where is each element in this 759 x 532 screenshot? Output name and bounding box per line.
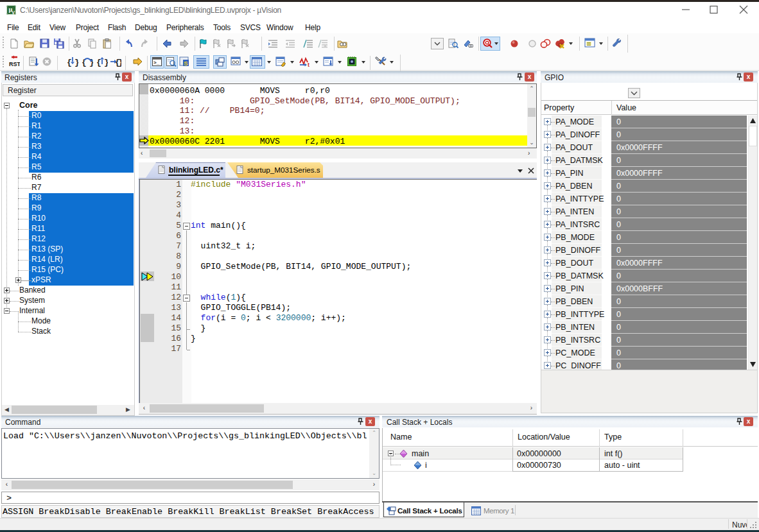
svg-text:t: t [308, 62, 310, 67]
svg-text:S: S [184, 60, 188, 67]
svg-text:}: } [74, 58, 78, 67]
svg-text:RST: RST [9, 61, 20, 67]
svg-text:}: } [118, 58, 121, 67]
svg-text:V: V [12, 10, 15, 15]
svg-text:{: { [96, 58, 101, 67]
svg-text:>_: >_ [153, 60, 160, 65]
svg-text:}: } [104, 58, 108, 67]
